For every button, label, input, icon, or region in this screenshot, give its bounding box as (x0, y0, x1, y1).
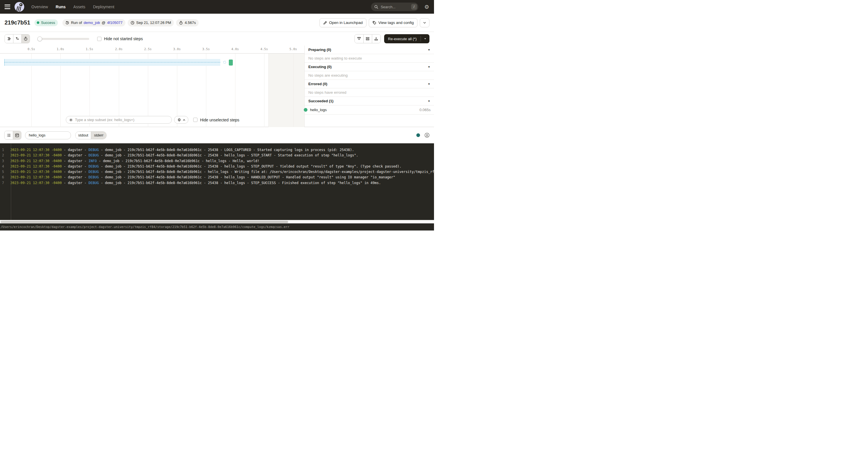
step-bar-hello-logs[interactable] (229, 60, 233, 65)
chevron-down-icon: ▼ (428, 65, 430, 68)
hamburger-menu-icon[interactable] (5, 5, 10, 9)
run-timestamp: Sep 21, 12:07:26 PM (136, 21, 171, 25)
scrollbar-thumb[interactable] (1, 221, 288, 223)
slider-knob[interactable] (37, 36, 42, 41)
view-tags-config-button[interactable]: View tags and config (369, 18, 417, 27)
pencil-icon (323, 21, 327, 25)
run-id-title: 219c7b51 (5, 19, 30, 26)
reexecute-button[interactable]: Re-execute all (*) (384, 34, 429, 43)
hide-unselected-checkbox[interactable] (193, 118, 197, 122)
waiting-time-dashed-line (5, 62, 220, 62)
raw-log-viewer: 1 2023-09-21 12:07:30 -0400 - dagster - … (0, 143, 434, 220)
layers-icon (177, 118, 181, 122)
step-marker-circle[interactable] (223, 61, 226, 64)
hide-not-started-checkbox[interactable] (97, 37, 101, 41)
open-in-launchpad-button[interactable]: Open in Launchpad (319, 18, 367, 27)
run-header: 219c7b51 Success Run of demo_job @ 4f105… (0, 14, 434, 32)
settings-gear-icon[interactable]: ⚙ (424, 4, 429, 10)
tick-label: 2.0s (115, 47, 123, 51)
open-in-launchpad-label: Open in Launchpad (329, 21, 363, 25)
chevron-down-icon: ▼ (428, 100, 430, 102)
line-number: 6 (0, 175, 6, 180)
log-line: 4 2023-09-21 12:07:30 -0400 - dagster - … (0, 164, 434, 169)
status-badge: Success (34, 19, 58, 26)
expand-bottom-panel-button[interactable] (372, 34, 380, 43)
section-header-errored[interactable]: Errored (0) ▼ (305, 80, 434, 88)
line-number: 7 (0, 180, 6, 186)
tick-label: 4.5s (260, 47, 268, 51)
timed-view-button[interactable] (21, 34, 30, 43)
step-subset-row: Type a step subset (ex: hello_logs+) Hid… (66, 116, 239, 124)
dagster-logo-icon[interactable] (14, 2, 24, 12)
graph-layers-button[interactable] (174, 116, 188, 124)
hide-unselected-label[interactable]: Hide unselected steps (200, 118, 239, 122)
nav-item-assets[interactable]: Assets (73, 5, 85, 9)
nav-item-deployment[interactable]: Deployment (93, 5, 114, 9)
log-line: 6 2023-09-21 12:07:30 -0400 - dagster - … (0, 175, 434, 180)
gantt-toolbar: Hide not started steps Re-execute all (*… (0, 32, 434, 45)
run-of-prefix: Run of (71, 21, 82, 25)
search-placeholder: Search... (381, 5, 411, 9)
tab-stdout[interactable]: stdout (75, 132, 91, 139)
line-number: 3 (0, 158, 6, 164)
flat-view-button[interactable] (5, 34, 13, 43)
succeeded-step-row[interactable]: hello_logs 0.065s (305, 105, 434, 115)
section-title: Executing (0) (308, 65, 332, 69)
job-link[interactable]: demo_job (84, 21, 100, 25)
status-label: Success (41, 21, 55, 25)
stdout-stderr-tabs: stdout stderr (75, 131, 106, 139)
raw-log-view-button[interactable] (13, 131, 21, 139)
tick-label: 3.5s (202, 47, 210, 51)
search-input[interactable]: Search... / (371, 3, 418, 11)
nav-item-runs[interactable]: Runs (56, 5, 66, 9)
gantt-section: Hide not started steps Re-execute all (*… (0, 32, 434, 127)
commit-link[interactable]: 4f105077 (107, 21, 123, 25)
top-nav: Overview Runs Assets Deployment Search..… (0, 0, 434, 14)
view-tags-config-label: View tags and config (378, 21, 414, 25)
slider-track[interactable] (37, 38, 89, 40)
tick-label: 2.5s (144, 47, 152, 51)
at-separator: @ (102, 21, 105, 25)
structured-log-view-button[interactable] (5, 131, 13, 139)
reexecute-dropdown-button[interactable] (421, 34, 429, 43)
beyond-run-end-region (269, 54, 304, 127)
section-title: Errored (0) (308, 82, 327, 86)
download-log-button[interactable] (424, 132, 430, 138)
split-panels-button[interactable] (363, 34, 372, 43)
line-number: 1 (0, 147, 6, 153)
chevron-down-icon: ▼ (428, 49, 430, 51)
reexecute-label: Re-execute all (*) (384, 34, 421, 43)
chevron-down-icon (423, 21, 426, 25)
nav-item-overview[interactable]: Overview (31, 5, 48, 9)
run-actions-dropdown-button[interactable] (420, 18, 429, 27)
clock-icon (130, 21, 134, 25)
split-panel-segmented (354, 34, 381, 43)
section-title: Succeeded (1) (308, 99, 333, 103)
gantt-view-mode-segmented (5, 34, 30, 43)
collapse-bottom-panel-button[interactable] (355, 34, 363, 43)
search-shortcut-key: / (411, 4, 417, 10)
tab-stderr[interactable]: stderr (91, 132, 106, 139)
run-of-pill: Run of demo_job @ 4f105077 (62, 19, 125, 27)
gantt-timeline: 0.5s 1.0s 1.5s 2.0s 2.5s 3.0s 3.5s 4.0s … (0, 45, 304, 54)
gantt-zoom-slider[interactable] (37, 36, 89, 41)
tick-label: 1.0s (57, 47, 64, 51)
tick-label: 5.0s (289, 47, 297, 51)
gutter-divider (11, 143, 11, 220)
log-step-filter-input[interactable] (25, 131, 71, 139)
waterfall-view-button[interactable] (13, 34, 21, 43)
line-number: 5 (0, 169, 6, 175)
log-line: 5 2023-09-21 12:07:30 -0400 - dagster - … (0, 169, 434, 175)
stopwatch-icon (179, 21, 183, 25)
hide-not-started-label[interactable]: Hide not started steps (104, 36, 143, 41)
section-header-preparing[interactable]: Preparing (0) ▼ (305, 45, 434, 54)
log-view-segmented (4, 131, 21, 140)
step-subset-placeholder: Type a step subset (ex: hello_logs+) (75, 118, 134, 122)
log-capture-status-dot (416, 133, 420, 137)
log-line: 1 2023-09-21 12:07:30 -0400 - dagster - … (0, 147, 434, 153)
chevron-down-icon (424, 37, 427, 40)
step-subset-input[interactable]: Type a step subset (ex: hello_logs+) (66, 116, 172, 124)
duration-pill: 4.567s (176, 19, 198, 27)
section-header-succeeded[interactable]: Succeeded (1) ▼ (305, 97, 434, 105)
section-header-executing[interactable]: Executing (0) ▼ (305, 63, 434, 71)
